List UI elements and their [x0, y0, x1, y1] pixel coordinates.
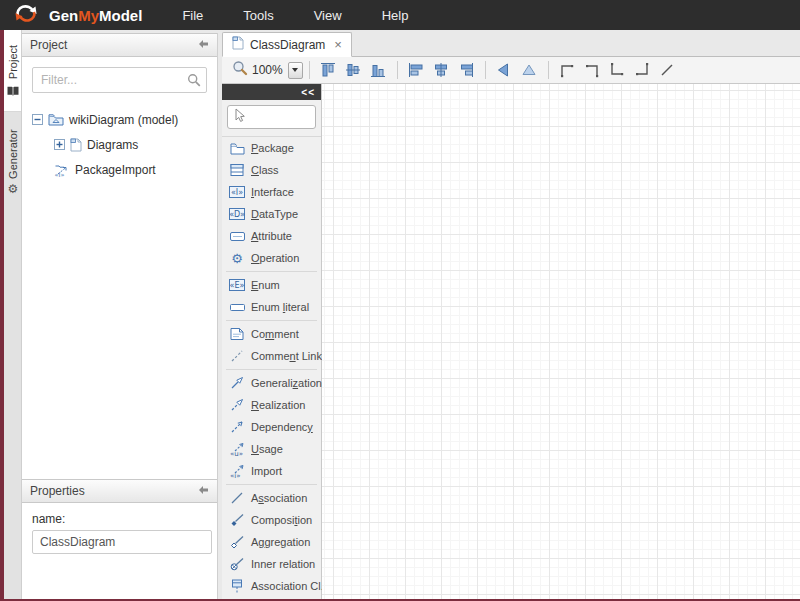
project-panel-body: wikiDiagram (model) Diagrams «I» Package: [22, 57, 217, 479]
tree-item-label: wikiDiagram (model): [69, 113, 178, 127]
cursor-arrow-icon: [232, 107, 246, 127]
enum-icon: «E»: [229, 277, 245, 293]
palette-item-package[interactable]: Package: [222, 137, 321, 159]
diagram-canvas[interactable]: [322, 84, 800, 599]
project-panel-title: Project: [30, 38, 67, 52]
tree-item-model[interactable]: wikiDiagram (model): [32, 107, 207, 132]
palette-item-association-class[interactable]: Association Cl...: [222, 575, 321, 597]
align-left-button[interactable]: [404, 59, 429, 81]
palette-item-composition[interactable]: Composition: [222, 509, 321, 531]
pointer-tool[interactable]: [227, 105, 316, 129]
connector-corner-right-up-button[interactable]: [630, 59, 655, 81]
tool-palette: << Package: [222, 84, 322, 599]
palette-item-label: Generalization: [251, 377, 322, 389]
diagram-page-icon: [232, 36, 244, 53]
svg-text:«E»: «E»: [230, 281, 245, 290]
svg-text:«i»: «i»: [230, 472, 241, 479]
palette-item-label: Enum: [251, 279, 280, 291]
genmymodel-app: GenMyModel File Tools View Help Project …: [0, 0, 800, 601]
palette-collapse-button[interactable]: <<: [222, 84, 321, 100]
palette-item-comment[interactable]: Comment: [222, 323, 321, 345]
palette-item-label: Enum literal: [251, 301, 309, 313]
name-field[interactable]: [32, 530, 212, 554]
palette-item-realization[interactable]: Realization: [222, 394, 321, 416]
menu-tools[interactable]: Tools: [243, 8, 273, 23]
palette-item-label: Composition: [251, 514, 312, 526]
sidebar-tab-generator[interactable]: ⚙Generator: [4, 112, 21, 212]
collapse-left-arrow-icon[interactable]: [198, 38, 209, 52]
palette-item-generalization[interactable]: Generalization: [222, 372, 321, 394]
tree-item-label: PackageImport: [75, 163, 156, 177]
align-bottom-button[interactable]: [366, 59, 391, 81]
palette-item-datatype[interactable]: «D» DataType: [222, 203, 321, 225]
palette-item-label: Class: [251, 164, 279, 176]
svg-text:«I»: «I»: [231, 188, 243, 197]
properties-panel-body: name:: [22, 503, 217, 599]
composition-icon: [229, 512, 245, 528]
palette-item-class[interactable]: Class: [222, 159, 321, 181]
svg-text:«D»: «D»: [229, 210, 245, 219]
tree-item-diagrams[interactable]: Diagrams: [32, 132, 207, 157]
collapse-minus-expander[interactable]: [32, 114, 43, 125]
palette-item-inner-relation[interactable]: Inner relation: [222, 553, 321, 575]
cloud-logo-icon: [10, 2, 42, 28]
enum-literal-icon: [229, 299, 245, 315]
palette-item-aggregation[interactable]: Aggregation: [222, 531, 321, 553]
project-tree: wikiDiagram (model) Diagrams «I» Package: [32, 107, 207, 182]
connector-corner-up-right-button[interactable]: [555, 59, 580, 81]
flip-vertical-button[interactable]: [517, 59, 542, 81]
datatype-icon: «D»: [229, 206, 245, 222]
palette-item-interface[interactable]: «I» Interface: [222, 181, 321, 203]
connector-corner-right-down-button[interactable]: [580, 59, 605, 81]
diagram-editor: ClassDiagram × 100%: [222, 30, 800, 599]
palette-item-usage[interactable]: «u» Usage: [222, 438, 321, 460]
tab-close-icon[interactable]: ×: [334, 37, 342, 52]
palette-item-label: Interface: [251, 186, 294, 198]
tree-item-packageimport[interactable]: «I» PackageImport: [32, 157, 207, 182]
collapse-left-arrow-icon[interactable]: [198, 484, 209, 498]
align-center-button[interactable]: [429, 59, 454, 81]
palette-item-dependency[interactable]: Dependency: [222, 416, 321, 438]
palette-separator: [226, 484, 317, 485]
comment-icon: [229, 326, 245, 342]
filter-input[interactable]: [32, 67, 207, 93]
palette-item-enum-literal[interactable]: Enum literal: [222, 296, 321, 318]
brand-text: GenMyModel: [49, 7, 142, 24]
align-middle-button[interactable]: [341, 59, 366, 81]
sidebar-tab-project[interactable]: Project: [4, 30, 21, 112]
palette-item-association[interactable]: Association: [222, 487, 321, 509]
association-class-icon: [229, 578, 245, 594]
menu-help[interactable]: Help: [382, 8, 409, 23]
menu-view[interactable]: View: [314, 8, 342, 23]
menu-file[interactable]: File: [182, 8, 203, 23]
palette-item-comment-link[interactable]: Comment Link: [222, 345, 321, 367]
palette-item-enum[interactable]: «E» Enum: [222, 274, 321, 296]
sidebar-tab-generator-label: Generator: [7, 129, 19, 179]
model-folder-icon: [48, 113, 64, 126]
align-top-button[interactable]: [316, 59, 341, 81]
editor-workarea: << Package: [222, 84, 800, 599]
editor-tabbar: ClassDiagram ×: [222, 30, 800, 57]
side-tabstrip: Project ⚙Generator: [4, 30, 22, 599]
realization-icon: [229, 397, 245, 413]
palette-item-attribute[interactable]: Attribute: [222, 225, 321, 247]
tab-classdiagram[interactable]: ClassDiagram ×: [222, 32, 352, 57]
menu-bar-items: File Tools View Help: [182, 8, 408, 23]
palette-item-label: Dependency: [251, 421, 313, 433]
expand-plus-expander[interactable]: [54, 139, 65, 150]
flip-horizontal-button[interactable]: [492, 59, 517, 81]
palette-item-import[interactable]: «i» Import: [222, 460, 321, 482]
tab-label: ClassDiagram: [250, 38, 325, 52]
align-right-button[interactable]: [454, 59, 479, 81]
zoom-dropdown-button[interactable]: [288, 62, 303, 79]
palette-item-label: DataType: [251, 208, 298, 220]
palette-item-label: Aggregation: [251, 536, 310, 548]
pointer-tool-wrap: [222, 100, 321, 137]
connector-corner-down-right-button[interactable]: [605, 59, 630, 81]
palette-item-label: Import: [251, 465, 282, 477]
diagram-page-icon: [70, 138, 82, 152]
interface-icon: «I»: [229, 184, 245, 200]
connector-straight-button[interactable]: [655, 59, 680, 81]
svg-text:«I»: «I»: [55, 170, 65, 177]
palette-item-operation[interactable]: ⚙ Operation: [222, 247, 321, 269]
